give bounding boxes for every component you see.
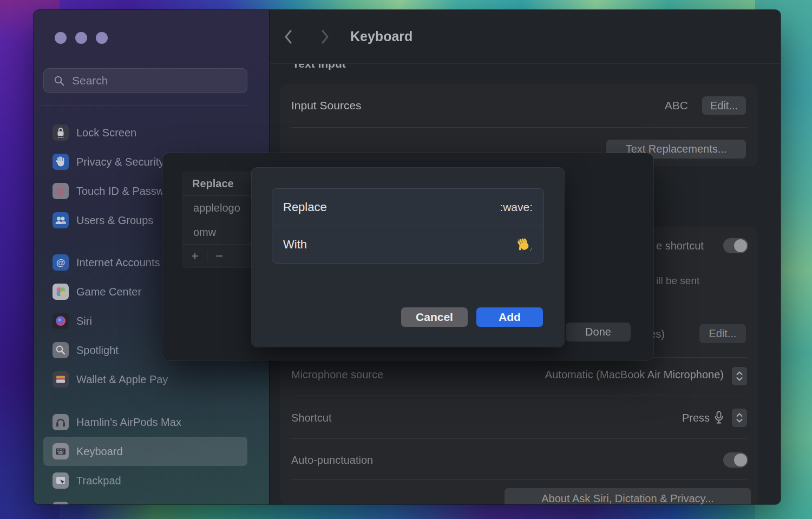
sidebar-item-label: Trackpad <box>76 475 121 487</box>
sidebar-item-airpods-max[interactable]: Hamlin's AirPods Max <box>43 408 247 437</box>
sidebar-item-trackpad[interactable]: Trackpad <box>43 466 247 495</box>
language-edit-button[interactable]: Edit... <box>699 324 746 343</box>
shortcut-stepper[interactable] <box>732 409 747 427</box>
hand-icon <box>53 154 69 170</box>
cancel-button[interactable]: Cancel <box>401 307 468 327</box>
with-field-row[interactable]: With <box>272 226 543 263</box>
row-divider <box>291 479 747 480</box>
sidebar-item-wallet[interactable]: Wallet & Apple Pay <box>43 365 247 394</box>
microphone-icon <box>714 411 724 425</box>
wallet-icon <box>53 371 69 387</box>
search-input[interactable]: Search <box>43 68 247 93</box>
sidebar-item-keyboard[interactable]: Keyboard <box>43 437 247 466</box>
stepper-chevrons-icon <box>736 412 743 424</box>
zoom-button[interactable] <box>96 32 108 44</box>
replace-field-row[interactable]: Replace :wave: <box>272 189 543 226</box>
text-replacements-dialog: Replace applelogo omw + − Done Replace :… <box>162 153 653 360</box>
sidebar-item-cutoff[interactable] <box>43 495 247 504</box>
add-replacement-button[interactable]: + <box>183 248 207 264</box>
sidebar-item-label: Internet Accounts <box>76 257 160 269</box>
sidebar-item-label: Users & Groups <box>76 214 153 227</box>
users-icon <box>53 212 69 228</box>
input-sources-edit-button[interactable]: Edit... <box>702 96 746 115</box>
replace-field-value: :wave: <box>500 201 533 214</box>
sent-caption-fragment: ill be sent <box>656 275 699 287</box>
replace-with-group: Replace :wave: With <box>272 188 544 264</box>
magnifier-icon <box>53 342 69 358</box>
content-header: Keyboard <box>270 10 781 64</box>
toggle-knob <box>734 239 747 252</box>
remove-replacement-button[interactable]: − <box>207 248 231 264</box>
mouse-icon <box>53 502 69 504</box>
stepper-chevrons-icon <box>736 370 743 382</box>
close-button[interactable] <box>55 32 67 44</box>
microphone-stepper[interactable] <box>732 367 747 385</box>
replace-field-label: Replace <box>283 200 327 214</box>
back-chevron-icon[interactable] <box>283 28 294 45</box>
sidebar-item-label: Hamlin's AirPods Max <box>76 416 181 429</box>
sidebar-item-label: Privacy & Security <box>76 156 164 168</box>
shortcut-label: Shortcut <box>291 412 331 424</box>
forward-chevron-icon[interactable] <box>319 28 331 45</box>
with-field-label: With <box>283 238 307 252</box>
about-privacy-button[interactable]: About Ask Siri, Dictation & Privacy... <box>505 488 751 504</box>
add-replacement-sheet: Replace :wave: With <box>252 168 564 347</box>
game-center-icon <box>53 284 69 300</box>
sidebar-item-lock-screen[interactable]: Lock Screen <box>43 118 247 147</box>
search-placeholder: Search <box>72 74 108 87</box>
sidebar-item-label: Lock Screen <box>76 127 136 139</box>
add-button[interactable]: Add <box>476 307 543 327</box>
sidebar-item-label: Keyboard <box>76 445 123 458</box>
at-icon: @ <box>53 254 69 271</box>
system-settings-window: Search Lock Screen Privacy & Security <box>34 10 781 504</box>
sidebar-item-label: Spotlight <box>76 344 119 357</box>
wave-emoji-icon <box>516 236 533 253</box>
input-sources-label: Input Sources <box>291 99 362 112</box>
sidebar-item-label: Game Center <box>76 286 141 298</box>
row-divider <box>291 396 747 396</box>
row-divider <box>291 127 747 128</box>
auto-punctuation-label: Auto-punctuation <box>291 454 373 467</box>
input-sources-value: ABC <box>665 99 688 112</box>
headphones-icon <box>53 414 69 430</box>
auto-punctuation-toggle[interactable] <box>723 452 748 468</box>
toggle-knob <box>734 454 747 467</box>
microphone-source-label: Microphone source <box>291 369 383 381</box>
search-icon <box>54 75 65 87</box>
sidebar-item-label: Wallet & Apple Pay <box>76 373 168 386</box>
done-button[interactable]: Done <box>566 323 631 341</box>
shortcut-toggle[interactable] <box>723 238 748 253</box>
page-title: Keyboard <box>350 29 412 44</box>
fingerprint-icon <box>53 183 69 199</box>
keyboard-icon <box>53 443 69 459</box>
minimize-button[interactable] <box>75 32 87 44</box>
siri-icon <box>53 313 69 329</box>
traffic-lights <box>55 32 108 44</box>
shortcut-row-fragment: e shortcut <box>656 240 704 252</box>
lock-icon <box>53 124 69 141</box>
svg-text:@: @ <box>56 258 66 268</box>
sidebar-divider <box>41 106 247 106</box>
row-divider <box>291 438 747 439</box>
sidebar-item-label: Siri <box>76 315 92 327</box>
microphone-source-value: Automatic (MacBook Air Microphone) <box>545 369 724 381</box>
shortcut-value: Press <box>682 412 710 424</box>
trackpad-icon <box>53 472 69 489</box>
